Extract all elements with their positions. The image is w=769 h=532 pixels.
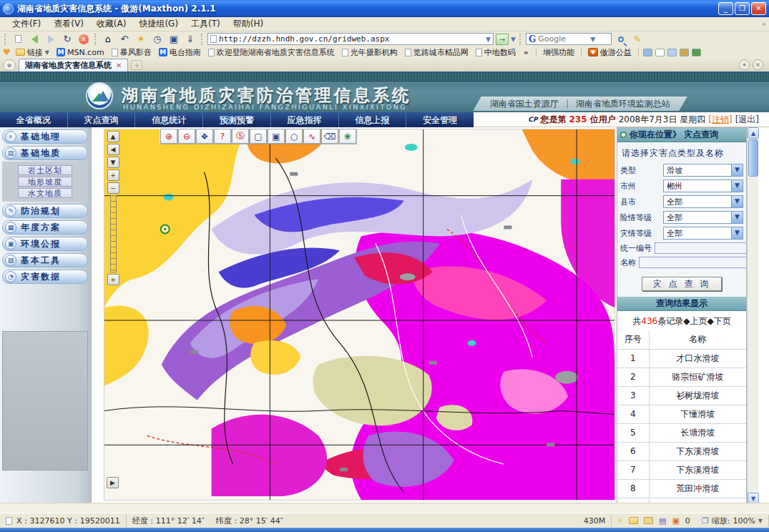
zoom-out-icon[interactable]: ⊖ (178, 129, 195, 144)
zoom-minus-button[interactable]: − (107, 182, 119, 194)
boost-icon[interactable]: ⚡ (617, 516, 623, 526)
link-radio[interactable]: M电台指南 (157, 47, 203, 58)
sidebar-sub-hydrogeology[interactable]: 水文地质 (18, 188, 72, 198)
draw-line-icon[interactable]: ∿ (303, 129, 320, 144)
search-input[interactable] (538, 34, 588, 44)
history-button[interactable]: ◷ (150, 33, 165, 46)
sidebar-item-annual-plan[interactable]: ▦ 年度方案 (2, 220, 88, 235)
identify-icon[interactable]: ○ (285, 129, 303, 144)
chevron-down-icon[interactable]: ▼ (731, 180, 743, 192)
page-scrollbar[interactable]: ▲ ▼ (747, 127, 758, 504)
next-page-link[interactable]: ◆下页 (707, 316, 730, 326)
folder-plus-icon[interactable] (644, 517, 653, 524)
nav-forecast[interactable]: 预测预警 (203, 113, 271, 127)
menu-groups[interactable]: 快捷组(G) (132, 18, 185, 30)
undo-button[interactable]: ↶ (117, 33, 132, 46)
nav-overview[interactable]: 全省概况 (0, 113, 68, 127)
link-zhongdi[interactable]: 中地数码 (474, 47, 518, 58)
chevron-down-icon[interactable]: ▼ (731, 196, 743, 207)
link-msn[interactable]: MMSN.com (54, 48, 107, 57)
sidebar-sub-terrain-slope[interactable]: 地形坡度 (18, 177, 72, 187)
disaster-level-select[interactable]: 全部▼ (663, 227, 743, 240)
download-button[interactable]: ⇓ (183, 33, 197, 46)
address-dropdown-icon[interactable]: ▼ (486, 36, 491, 43)
city-select[interactable]: 郴州▼ (663, 179, 743, 192)
menu-help[interactable]: 帮助(H) (227, 18, 270, 30)
restore-button[interactable]: ❐ (735, 2, 750, 15)
minimize-button[interactable]: _ (718, 2, 733, 15)
window-icon[interactable] (655, 49, 665, 56)
sidebar-item-env-bulletin[interactable]: ▣ 环境公报 (2, 237, 88, 251)
pages-icon[interactable] (667, 49, 677, 56)
active-tab[interactable]: 湖南省地质灾害信息系统 ✕ (19, 59, 128, 72)
paint-icon[interactable] (680, 49, 689, 56)
book-icon[interactable]: ▤ (659, 516, 666, 526)
nav-statistics[interactable]: 信息统计 (135, 113, 203, 127)
county-select[interactable]: 全部▼ (663, 195, 743, 208)
refresh-button[interactable]: ↻ (60, 33, 74, 46)
sidebar-item-base-geology[interactable]: ▤ 基础地质 (2, 146, 88, 160)
measure-icon[interactable]: ? (214, 129, 231, 144)
geological-map[interactable] (104, 129, 615, 501)
chevron-down-icon[interactable]: ▼ (731, 212, 743, 223)
zoom-slider[interactable] (110, 195, 117, 272)
table-row[interactable]: 3衫树垅滑坡 (617, 386, 746, 405)
link-baofeng[interactable]: 暴风影音 (109, 47, 154, 58)
zoom-box-icon[interactable]: ▢ (250, 129, 267, 144)
tab-close-icon[interactable]: ✕ (116, 61, 122, 69)
proxy-icon[interactable] (643, 49, 652, 56)
new-tab-plus-button[interactable]: + (131, 60, 142, 70)
type-select[interactable]: 滑坡▼ (663, 164, 743, 177)
table-row[interactable]: 6下东溪滑坡 (617, 442, 746, 460)
zoom-in-icon[interactable]: ⊕ (160, 129, 177, 144)
collapse-chevron-icon[interactable]: » (762, 20, 766, 28)
query-button[interactable]: 灾 点 查 询 (642, 277, 722, 291)
sidebar-item-disaster-data[interactable]: ◔ 灾害数据 (2, 270, 88, 284)
pan-down-icon[interactable]: ▼ (107, 157, 119, 168)
highlight-button[interactable]: ✎ (630, 33, 645, 46)
menu-file[interactable]: 文件(F) (6, 18, 47, 30)
pan-right-icon[interactable]: ▶ (107, 477, 119, 488)
link-photo[interactable]: 光年摄影机构 (340, 47, 400, 58)
home-button[interactable]: ⌂ (101, 33, 115, 46)
unified-id-input[interactable] (655, 242, 747, 254)
logout-link[interactable]: [注销] (708, 114, 732, 126)
table-row[interactable]: 4下懂滑坡 (617, 405, 746, 423)
table-row[interactable]: 7下东溪滑坡 (617, 460, 746, 479)
settings-icon[interactable] (692, 49, 701, 56)
stop-button[interactable]: ✕ (77, 33, 91, 46)
links-folder[interactable]: 链接▼ (14, 47, 52, 58)
menu-view[interactable]: 查看(V) (47, 18, 90, 30)
eraser-icon[interactable]: ⌫ (321, 129, 338, 144)
table-row[interactable]: 2骆宗恒矿滑坡 (617, 368, 746, 386)
name-input[interactable] (639, 257, 747, 268)
table-row[interactable]: 1才口水滑坡 (617, 349, 746, 368)
filler-wand-button[interactable]: ✶ (134, 33, 148, 46)
nav-emergency[interactable]: 应急指挥 (271, 113, 339, 127)
scale-icon[interactable]: Ⓢ (232, 129, 249, 144)
select-box-icon[interactable]: ▣ (268, 129, 285, 144)
go-button[interactable]: → (496, 34, 509, 45)
link-city[interactable]: 览路城市精品网 (403, 47, 471, 58)
new-tab-button[interactable] (11, 33, 25, 46)
scrollbar-thumb[interactable] (748, 139, 758, 177)
pan-left-icon[interactable]: ◀ (107, 144, 119, 155)
table-row[interactable]: 5长塘滑坡 (617, 423, 746, 442)
forward-button[interactable] (44, 33, 58, 46)
link-hunan-system[interactable]: 欢迎登陆湖南省地质灾害信息系统 (206, 47, 337, 58)
pan-up-icon[interactable]: ▲ (107, 131, 119, 142)
link-monitor-station[interactable]: 湖南省地质环境监测总站 (576, 98, 670, 110)
nav-disaster-query[interactable]: 灾点查询 (68, 113, 136, 127)
favorites-heart-icon[interactable]: ♥ (3, 47, 11, 57)
sidebar-item-base-geography[interactable]: » 基础地理 (2, 129, 88, 144)
tab-star-icon[interactable]: ★ (3, 59, 16, 71)
links-overflow-button[interactable]: » (521, 48, 532, 57)
scroll-up-icon[interactable]: ▲ (748, 127, 759, 139)
zoom-plus-bottom-button[interactable]: + (107, 274, 119, 285)
prev-page-link[interactable]: ◆上页 (683, 316, 707, 326)
sidebar-item-basic-tools[interactable]: ▧ 基本工具 (2, 253, 88, 267)
chevron-down-icon[interactable]: ▼ (731, 164, 743, 176)
zoom-control[interactable]: ❐ 缩放:100% ▼ (696, 515, 769, 527)
nav-security[interactable]: 安全管理 (406, 113, 474, 127)
tab-close-all-button[interactable]: ✕ (753, 59, 763, 70)
